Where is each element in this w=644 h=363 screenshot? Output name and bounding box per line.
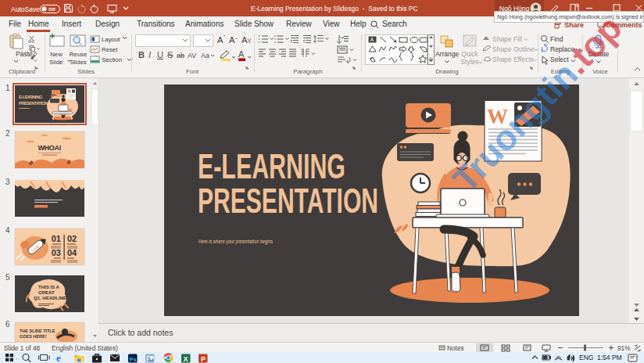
- svg-text:Layout: Layout: [102, 36, 120, 43]
- svg-text:Slide 1 of 48: Slide 1 of 48: [4, 344, 41, 352]
- svg-text:Arrange: Arrange: [435, 50, 460, 58]
- svg-text:Here is where your presentatio: Here is where your presentation begins: [199, 238, 273, 245]
- svg-text:A: A: [238, 49, 245, 59]
- svg-text:Drawing: Drawing: [435, 68, 458, 75]
- svg-text:04: 04: [67, 248, 77, 257]
- svg-text:Notes: Notes: [447, 344, 464, 352]
- svg-text:AV: AV: [188, 52, 196, 59]
- svg-text:02: 02: [67, 234, 77, 243]
- svg-text:e: e: [56, 352, 61, 363]
- svg-text:Shape Fill: Shape Fill: [492, 35, 522, 43]
- svg-text:Styles: Styles: [460, 58, 478, 66]
- svg-text:THIS IS A: THIS IS A: [38, 285, 59, 289]
- svg-text:Aa: Aa: [201, 52, 209, 59]
- svg-text:5: 5: [5, 273, 10, 282]
- svg-text:4: 4: [5, 226, 10, 235]
- svg-text:A: A: [229, 35, 235, 45]
- svg-text:ˆ: ˆ: [224, 34, 226, 40]
- svg-text:Paste: Paste: [16, 50, 33, 58]
- svg-text:B: B: [138, 50, 145, 59]
- svg-text:Slide: Slide: [49, 59, 63, 66]
- svg-text:P: P: [201, 355, 206, 363]
- svg-text:ab: ab: [177, 52, 184, 59]
- svg-text:Off: Off: [48, 7, 56, 12]
- svg-text:U: U: [157, 50, 163, 59]
- svg-text:Quick: Quick: [461, 50, 478, 58]
- svg-text:I: I: [148, 50, 151, 59]
- svg-text:01: 01: [52, 234, 61, 243]
- svg-text:A: A: [217, 35, 224, 45]
- svg-text:3: 3: [5, 178, 10, 186]
- svg-text:New: New: [50, 51, 63, 58]
- svg-text:Reset: Reset: [102, 46, 118, 53]
- svg-text:b: b: [541, 49, 543, 53]
- svg-text:Shape Outline: Shape Outline: [492, 45, 535, 53]
- svg-text:X: X: [184, 355, 188, 363]
- svg-text:Reuse: Reuse: [70, 51, 88, 58]
- svg-text:Find: Find: [550, 35, 564, 43]
- svg-text:Ps: Ps: [130, 356, 137, 363]
- svg-text:PRESENTATION: PRESENTATION: [19, 101, 48, 106]
- svg-text:1: 1: [5, 84, 10, 92]
- svg-text:03: 03: [52, 248, 61, 257]
- svg-text:English (United States): English (United States): [52, 344, 118, 352]
- svg-text:91%: 91%: [617, 344, 631, 352]
- svg-text:WHOA!: WHOA!: [38, 144, 62, 152]
- svg-text:Slides: Slides: [77, 68, 95, 75]
- svg-text:Clipboard: Clipboard: [9, 68, 35, 75]
- svg-text:E-LEARNING: E-LEARNING: [198, 147, 345, 185]
- svg-text:E-LEARNING: E-LEARNING: [19, 95, 42, 99]
- svg-text:A: A: [370, 37, 374, 42]
- svg-text:Shape Effects: Shape Effects: [492, 56, 534, 63]
- svg-text:6: 6: [5, 320, 10, 329]
- svg-text:1:54 PM: 1:54 PM: [597, 354, 622, 361]
- svg-text:THE SLIDE TITLE: THE SLIDE TITLE: [20, 329, 55, 333]
- svg-text:Q1. HEADLINE: Q1. HEADLINE: [34, 296, 66, 300]
- svg-text:Section: Section: [102, 56, 122, 63]
- svg-text:GOES HERE!: GOES HERE!: [20, 334, 47, 339]
- svg-text:ENG: ENG: [579, 354, 593, 361]
- svg-text:ˇ: ˇ: [235, 38, 238, 43]
- svg-text:PRESENTATION: PRESENTATION: [198, 182, 378, 220]
- svg-text:A: A: [242, 35, 248, 45]
- svg-text:Paragraph: Paragraph: [293, 68, 322, 75]
- svg-text:Font: Font: [186, 68, 199, 75]
- svg-text:GREAT: GREAT: [38, 290, 55, 295]
- svg-text:Slides: Slides: [70, 59, 86, 66]
- svg-text:S: S: [167, 50, 173, 59]
- svg-text:2: 2: [5, 129, 10, 138]
